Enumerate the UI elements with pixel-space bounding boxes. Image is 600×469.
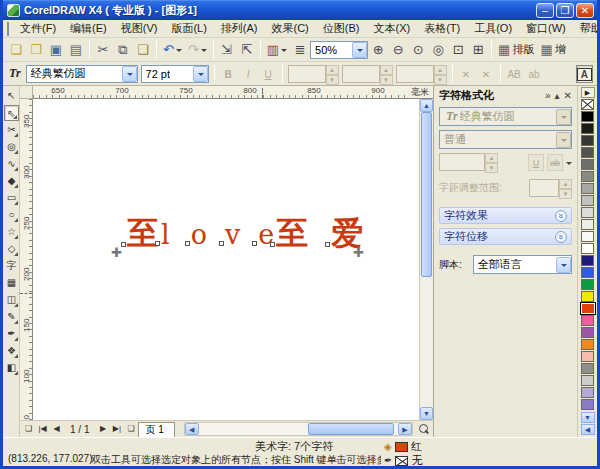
- color-swatch[interactable]: [580, 302, 596, 315]
- no-color-swatch[interactable]: [581, 99, 594, 110]
- zoom-width-button[interactable]: ⊞: [468, 40, 488, 60]
- docker-style-combo[interactable]: 普通: [439, 130, 572, 149]
- add-page-before-button[interactable]: ❏: [22, 422, 35, 436]
- color-swatch[interactable]: [581, 207, 594, 218]
- undo-button[interactable]: ↶: [160, 40, 185, 60]
- docker-strikethrough-button[interactable]: ab: [547, 154, 563, 171]
- scroll-up-button[interactable]: ▲: [420, 99, 433, 112]
- horizontal-ruler[interactable]: 650700750800850900: [33, 86, 407, 99]
- first-page-button[interactable]: |◀: [36, 422, 49, 436]
- fill-tool[interactable]: ❖: [4, 343, 19, 359]
- last-page-button[interactable]: ▶|: [110, 422, 123, 436]
- redo-button[interactable]: ↷: [185, 40, 210, 60]
- pan-zoom-button[interactable]: [416, 422, 431, 436]
- minimize-button[interactable]: –: [536, 3, 554, 18]
- vertical-scroll-track[interactable]: [420, 112, 433, 407]
- palette-expand-button[interactable]: ◀: [581, 424, 595, 435]
- text-tool[interactable]: 字: [4, 258, 19, 274]
- add-page-after-button[interactable]: ❏: [124, 422, 137, 436]
- horizontal-scroll-thumb[interactable]: [308, 423, 394, 435]
- bold-button[interactable]: B: [220, 65, 237, 83]
- subscript-button[interactable]: ✕: [478, 65, 495, 83]
- color-swatch[interactable]: [581, 135, 594, 146]
- color-swatch[interactable]: [581, 291, 594, 302]
- angle-spinner[interactable]: ▲▼: [396, 65, 447, 83]
- color-swatch[interactable]: [581, 387, 594, 398]
- horizontal-scrollbar[interactable]: ◀ ▶: [184, 422, 413, 436]
- color-swatch[interactable]: [581, 123, 594, 134]
- v-shift-spinner[interactable]: ▲▼: [342, 65, 393, 83]
- color-swatch[interactable]: [581, 243, 594, 254]
- basic-shapes-tool[interactable]: ◇: [4, 241, 19, 257]
- font-combo[interactable]: 经典繁仿圆: [26, 65, 138, 83]
- copy-button[interactable]: ⧉: [113, 40, 133, 60]
- zoom-page-button[interactable]: ⊡: [448, 40, 468, 60]
- layout-button[interactable]: ▦排版: [495, 40, 537, 60]
- outline-tool[interactable]: ✒: [4, 326, 19, 342]
- scroll-right-button[interactable]: ▶: [398, 423, 412, 435]
- docker-style-arrow-icon[interactable]: [556, 132, 571, 148]
- new-button[interactable]: ❏: [6, 40, 26, 60]
- expand-chevron-icon[interactable]: »: [555, 231, 567, 243]
- character-node[interactable]: [219, 241, 224, 246]
- kerning-spinner[interactable]: ▲▼: [529, 179, 572, 197]
- menu-effects[interactable]: 效果(C): [265, 19, 316, 38]
- script-combo[interactable]: 全部语言: [473, 255, 572, 274]
- character-effects-section[interactable]: 字符效果 »: [439, 207, 572, 224]
- menu-table[interactable]: 表格(T): [417, 19, 467, 38]
- freehand-tool[interactable]: ∿: [4, 156, 19, 172]
- menu-view[interactable]: 视图(V): [114, 19, 165, 38]
- paste-button[interactable]: ❑: [133, 40, 153, 60]
- character-formatting-button[interactable]: A: [576, 65, 593, 83]
- h-shift-spinner[interactable]: ▲▼: [288, 65, 339, 83]
- color-swatch[interactable]: [581, 327, 594, 338]
- vertical-ruler[interactable]: 35030025020015010050: [20, 99, 33, 420]
- character-shift-section[interactable]: 字符位移 »: [439, 228, 572, 245]
- crop-tool[interactable]: ✂: [4, 122, 19, 138]
- undo-button-dropdown-icon[interactable]: [176, 49, 182, 55]
- docker-close-icon[interactable]: ✕: [564, 89, 572, 102]
- expand-chevron-icon[interactable]: »: [555, 210, 567, 222]
- combo-arrow-icon[interactable]: [352, 42, 367, 58]
- polygon-tool[interactable]: ☆: [4, 224, 19, 240]
- docker-collapse-icon[interactable]: ▴: [555, 89, 560, 102]
- menu-file[interactable]: 文件(F): [13, 19, 63, 38]
- text-range-handle-right[interactable]: ✚: [353, 245, 364, 260]
- docker-chevrons-icon[interactable]: »: [545, 89, 551, 102]
- underline-button[interactable]: U: [260, 65, 277, 83]
- rectangle-tool[interactable]: ▭: [4, 190, 19, 206]
- docker-underline-button[interactable]: U: [528, 154, 544, 171]
- color-swatch[interactable]: [581, 363, 594, 374]
- menu-window[interactable]: 窗口(W): [519, 19, 573, 38]
- color-swatch[interactable]: [581, 315, 594, 326]
- character-node[interactable]: [325, 242, 330, 247]
- document-icon[interactable]: [7, 22, 9, 36]
- docker-font-arrow-icon[interactable]: [556, 109, 571, 125]
- extra-layout-button[interactable]: ▦增: [537, 40, 568, 60]
- superscript-button[interactable]: ✕: [458, 65, 475, 83]
- italic-button[interactable]: I: [240, 65, 257, 83]
- color-swatch[interactable]: [581, 255, 594, 266]
- zoom-oneshot-button[interactable]: ⊙: [408, 40, 428, 60]
- ruler-origin[interactable]: [20, 86, 33, 99]
- character-node[interactable]: [155, 241, 160, 246]
- zoom-out-button[interactable]: ⊖: [388, 40, 408, 60]
- character-node[interactable]: [252, 241, 257, 246]
- next-page-button[interactable]: ▶: [96, 422, 109, 436]
- menu-tools[interactable]: 工具(O): [467, 19, 519, 38]
- horizontal-scroll-track[interactable]: [199, 423, 398, 435]
- menu-layout[interactable]: 版面(L): [164, 19, 213, 38]
- text-character[interactable]: l: [161, 221, 170, 248]
- color-swatch[interactable]: [581, 219, 594, 230]
- canvas[interactable]: 至love至爱 ✚ ✚: [33, 99, 419, 420]
- text-range-handle-left[interactable]: ✚: [111, 245, 122, 260]
- color-swatch[interactable]: [581, 279, 594, 290]
- ellipse-tool[interactable]: ○: [4, 207, 19, 223]
- app-launcher-button[interactable]: ▥: [264, 40, 290, 60]
- interactive-fill-tool[interactable]: ◧: [4, 360, 19, 376]
- vertical-scrollbar[interactable]: ▲ ▼: [419, 99, 433, 420]
- cut-button[interactable]: ✂: [93, 40, 113, 60]
- palette-scroll-down-button[interactable]: ▼: [581, 412, 595, 423]
- text-character[interactable]: o: [191, 221, 207, 248]
- scroll-down-button[interactable]: ▼: [420, 407, 433, 420]
